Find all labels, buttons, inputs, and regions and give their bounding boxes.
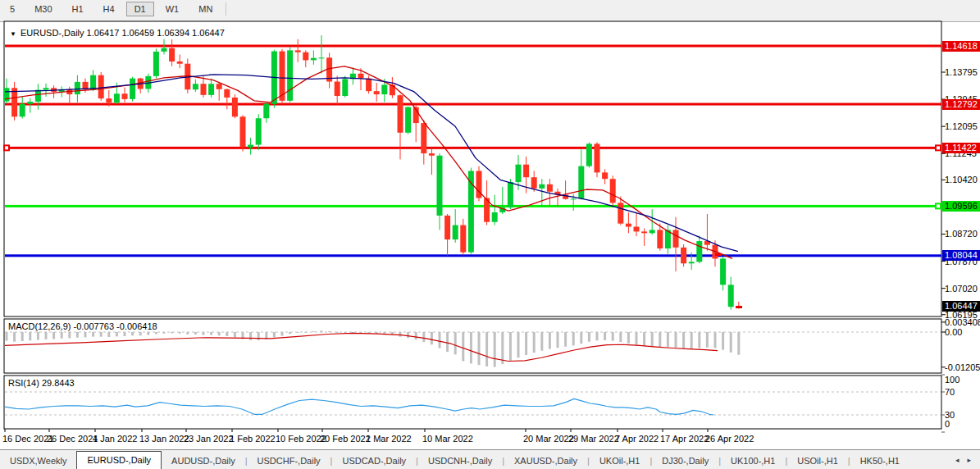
candle-body: [429, 153, 435, 156]
rsi-axis-label: 100: [945, 375, 980, 385]
candle-body: [595, 143, 600, 172]
price-badge-1.09596: 1.09596: [942, 201, 980, 212]
candle-body: [689, 262, 695, 263]
candle-body: [437, 156, 443, 216]
price-chart-canvas[interactable]: [0, 0, 980, 469]
candle-body: [634, 227, 640, 232]
macd-histogram-bar: [737, 332, 740, 355]
candle-body: [626, 224, 631, 227]
candle-body: [696, 241, 702, 262]
candle-body: [610, 179, 616, 203]
macd-histogram-bar: [304, 332, 307, 333]
rsi-axis-label: 0: [945, 419, 980, 429]
macd-histogram-bar: [485, 332, 488, 367]
candle-body: [106, 98, 112, 102]
price-axis-label: 1.12095: [945, 121, 980, 131]
horizontal-level-line[interactable]: [5, 45, 941, 48]
macd-histogram-bar: [179, 332, 181, 334]
candle-body: [35, 90, 41, 102]
price-badge-1.12792: 1.12792: [942, 99, 980, 110]
tab-scroll-right-icon[interactable]: ▸: [963, 456, 975, 464]
candle-body: [43, 88, 49, 89]
candle-body: [20, 104, 25, 117]
candle-body: [578, 166, 584, 199]
candle-body: [421, 123, 426, 153]
symbol-tab-dj30-daily[interactable]: DJ30-,Daily: [652, 453, 718, 469]
horizontal-level-line[interactable]: [5, 103, 941, 106]
horizontal-level-line[interactable]: [5, 147, 941, 149]
macd-histogram-bar: [564, 332, 567, 347]
candle-body: [263, 104, 269, 119]
macd-histogram-bar: [147, 332, 149, 335]
symbol-tab-ukoil-h1[interactable]: UKOil-,H1: [590, 453, 650, 469]
ohlc-open: 1.06417: [87, 28, 120, 38]
symbol-tab-usdcnh-daily[interactable]: USDCNH-,Daily: [418, 453, 502, 469]
line-handle[interactable]: [936, 145, 941, 150]
candle-body: [162, 48, 167, 52]
symbol-tab-hk50-h1[interactable]: HK50-,H1: [850, 453, 909, 469]
line-handle[interactable]: [4, 145, 9, 150]
macd-histogram-bar: [336, 332, 339, 333]
symbol-tab-usdchf-daily[interactable]: USDCHF-,Daily: [248, 453, 330, 469]
macd-histogram-bar: [604, 332, 606, 340]
macd-histogram-bar: [249, 332, 252, 340]
candle-body: [571, 198, 577, 199]
candle-body: [27, 102, 33, 104]
candle-body: [618, 203, 623, 223]
symbol-tab-usdcad-daily[interactable]: USDCAD-,Daily: [332, 453, 416, 469]
ohlc-high: 1.06459: [121, 28, 154, 38]
candle-body: [224, 89, 230, 98]
candle-body: [539, 184, 545, 189]
candle-body: [358, 74, 364, 79]
ohlc-low: 1.06394: [157, 28, 189, 38]
date-axis-label: 29 Mar 2022: [568, 433, 619, 444]
symbol-tab-eurusd-daily[interactable]: EURUSD-,Daily: [76, 451, 162, 469]
candle-body: [193, 84, 198, 89]
macd-histogram-bar: [643, 332, 645, 346]
macd-histogram-bar: [367, 332, 370, 333]
candle-body: [114, 93, 120, 102]
symbol-tab-usdx-weekly[interactable]: USDX,Weekly: [0, 453, 76, 469]
horizontal-level-line[interactable]: [5, 254, 941, 257]
macd-histogram-bar: [124, 332, 126, 336]
candle-body: [201, 84, 207, 95]
rsi-indicator-label: RSI(14) 29.8443: [8, 378, 75, 388]
candle-body: [398, 95, 403, 133]
symbol-tab-bar: USDX,WeeklyEURUSD-,DailyAUDUSD-,Daily|US…: [0, 449, 980, 469]
macd-histogram-bar: [627, 332, 630, 344]
symbol-tab-xauusd-daily[interactable]: XAUUSD-,Daily: [504, 453, 587, 469]
macd-histogram-bar: [131, 332, 134, 335]
macd-histogram-bar: [186, 332, 189, 335]
candle-body: [311, 58, 317, 61]
symbol-tab-usoil-h1[interactable]: USOil-,H1: [787, 453, 848, 469]
tab-scroll-left-icon[interactable]: ◂: [951, 456, 964, 464]
candle-body: [319, 57, 325, 58]
macd-histogram-bar: [100, 332, 103, 337]
candle-body: [374, 91, 380, 94]
macd-histogram-bar: [203, 332, 205, 335]
macd-histogram-bar: [431, 332, 433, 344]
macd-histogram-bar: [722, 332, 724, 350]
macd-histogram-bar: [344, 332, 346, 333]
collapse-chart-icon[interactable]: ▼: [10, 30, 16, 38]
macd-histogram-bar: [218, 332, 221, 335]
macd-histogram-bar: [659, 332, 661, 347]
candle-body: [217, 84, 222, 89]
macd-histogram-bar: [273, 332, 276, 337]
symbol-tab-uk100-h1[interactable]: UK100-,H1: [721, 453, 785, 469]
macd-histogram-bar: [107, 332, 110, 337]
macd-histogram-bar: [540, 332, 543, 351]
macd-histogram-bar: [439, 332, 441, 348]
date-axis-label: 26 Dec 2021: [47, 433, 98, 444]
macd-histogram-bar: [21, 332, 24, 341]
macd-histogram-bar: [698, 332, 700, 348]
candle-body: [295, 50, 301, 52]
candle-body: [657, 230, 663, 248]
macd-histogram-bar: [651, 332, 654, 347]
symbol-tab-audusd-daily[interactable]: AUDUSD-,Daily: [162, 453, 245, 469]
macd-histogram-bar: [52, 332, 55, 339]
macd-histogram-bar: [612, 332, 614, 341]
candle-body: [602, 172, 608, 179]
macd-histogram-bar: [76, 332, 79, 338]
line-handle[interactable]: [936, 203, 941, 208]
